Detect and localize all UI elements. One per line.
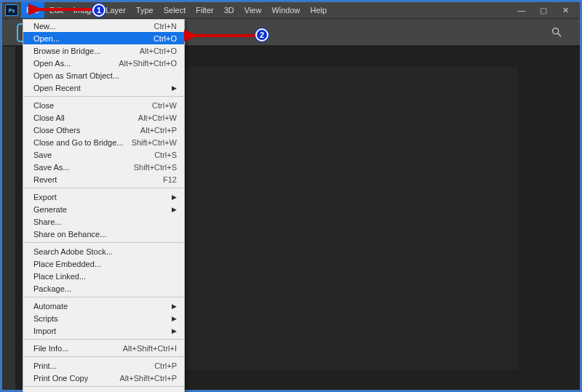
menu-item-package[interactable]: Package... [23,282,184,295]
menu-item-place-linked[interactable]: Place Linked... [23,270,184,282]
maximize-button[interactable]: ▢ [539,6,548,15]
app-window: Ps FileEditImageLayerTypeSelectFilter3DV… [0,0,582,392]
menu-item-label: Close All [33,113,138,122]
menu-item-shortcut: Shift+Ctrl+W [132,138,177,147]
menu-item-import[interactable]: Import▶ [23,324,184,337]
menu-filter[interactable]: Filter [191,2,218,18]
submenu-arrow-icon: ▶ [171,315,177,322]
submenu-arrow-icon: ▶ [171,193,177,201]
menu-item-label: Open... [33,34,154,43]
menu-item-automate[interactable]: Automate▶ [23,300,184,312]
menu-item-open-as-smart-object[interactable]: Open as Smart Object... [23,69,184,81]
menu-item-open[interactable]: Open...Ctrl+O [23,32,184,44]
tool-gutter [2,47,15,390]
menu-select[interactable]: Select [159,2,191,18]
menu-item-close-and-go-to-bridge[interactable]: Close and Go to Bridge...Shift+Ctrl+W [23,136,184,148]
menu-layer[interactable]: Layer [100,2,131,18]
menu-item-label: Export [33,193,171,201]
menu-item-print[interactable]: Print...Ctrl+P [23,359,184,372]
menu-item-label: Close [33,101,152,110]
menu-item-print-one-copy[interactable]: Print One CopyAlt+Shift+Ctrl+P [23,372,184,384]
menu-item-revert[interactable]: RevertF12 [23,173,184,185]
menu-separator [23,188,184,188]
submenu-arrow-icon: ▶ [171,303,177,310]
menu-item-save-as[interactable]: Save As...Shift+Ctrl+S [23,161,184,173]
menu-item-label: Package... [33,284,177,293]
menu-item-place-embedded[interactable]: Place Embedded... [23,257,184,270]
menu-item-label: Scripts [33,314,171,323]
menu-item-shortcut: Alt+Ctrl+O [140,47,177,55]
menu-item-scripts[interactable]: Scripts▶ [23,312,184,324]
minimize-button[interactable]: — [517,6,526,15]
app-logo-icon: Ps [5,4,18,16]
menu-item-shortcut: Alt+Ctrl+P [140,126,177,135]
menu-item-share-on-behance[interactable]: Share on Behance... [23,228,184,240]
search-icon[interactable] [551,26,562,41]
svg-point-0 [553,28,559,34]
menu-item-label: Place Linked... [33,272,177,281]
menu-item-export[interactable]: Export▶ [23,191,184,203]
menu-item-label: Browse in Bridge... [33,47,140,55]
menu-item-shortcut: Alt+Shift+Ctrl+O [119,59,177,68]
menu-item-label: Place Embedded... [33,260,177,268]
menu-help[interactable]: Help [306,2,332,18]
menu-item-label: Save As... [33,163,134,172]
menu-item-shortcut: Ctrl+N [154,22,177,31]
menu-item-shortcut: Ctrl+W [152,101,177,110]
submenu-arrow-icon: ▶ [171,84,177,92]
menu-item-label: Save [33,151,154,159]
menu-item-label: Search Adobe Stock... [33,247,177,256]
menu-item-label: Close Others [33,126,140,135]
menu-item-new[interactable]: New...Ctrl+N [23,20,184,32]
file-menu-dropdown: New...Ctrl+NOpen...Ctrl+OBrowse in Bridg… [23,19,185,392]
menu-item-exit[interactable]: ExitCtrl+Q [23,389,184,392]
menu-edit[interactable]: Edit [44,2,68,18]
menu-type[interactable]: Type [131,2,159,18]
menu-item-label: Import [33,327,171,335]
menu-window[interactable]: Window [266,2,305,18]
menu-item-open-recent[interactable]: Open Recent▶ [23,81,184,94]
menu-item-file-info[interactable]: File Info...Alt+Shift+Ctrl+I [23,342,184,354]
submenu-arrow-icon: ▶ [171,327,177,335]
menu-item-share[interactable]: Share... [23,215,184,228]
menu-item-label: Open Recent [33,84,171,92]
menu-item-shortcut: F12 [163,175,177,184]
menu-item-shortcut: Shift+Ctrl+S [134,163,177,172]
menu-item-browse-in-bridge[interactable]: Browse in Bridge...Alt+Ctrl+O [23,44,184,57]
svg-line-1 [558,33,561,36]
menu-separator [23,242,184,243]
window-controls: — ▢ ✕ [517,6,580,15]
menu-item-close[interactable]: CloseCtrl+W [23,99,184,111]
menu-file[interactable]: File [21,2,44,18]
menu-item-label: Print One Copy [33,374,119,383]
menu-3d[interactable]: 3D [219,2,239,18]
menu-item-label: Open as Smart Object... [33,71,177,80]
menu-bar: Ps FileEditImageLayerTypeSelectFilter3DV… [2,2,580,18]
menu-item-label: Share... [33,217,177,226]
menu-item-label: New... [33,22,154,31]
menu-item-open-as[interactable]: Open As...Alt+Shift+Ctrl+O [23,57,184,69]
menu-view[interactable]: View [239,2,267,18]
menu-item-shortcut: Alt+Ctrl+W [138,113,177,122]
menu-item-shortcut: Ctrl+S [154,151,177,159]
menu-item-close-all[interactable]: Close AllAlt+Ctrl+W [23,111,184,124]
menu-item-generate[interactable]: Generate▶ [23,203,184,215]
menu-item-shortcut: Ctrl+O [154,34,177,43]
menu-item-label: Close and Go to Bridge... [33,138,132,147]
menu-item-shortcut: Ctrl+P [154,361,177,370]
menu-item-label: Print... [33,361,154,370]
submenu-arrow-icon: ▶ [171,206,177,213]
menu-separator [23,96,184,97]
close-button[interactable]: ✕ [561,6,570,15]
menu-item-label: Share on Behance... [33,230,177,239]
menu-image[interactable]: Image [68,2,101,18]
menu-item-label: Open As... [33,59,119,68]
menu-item-close-others[interactable]: Close OthersAlt+Ctrl+P [23,124,184,136]
menu-item-shortcut: Alt+Shift+Ctrl+I [123,344,177,353]
menu-item-shortcut: Alt+Shift+Ctrl+P [119,374,177,383]
menu-item-label: Automate [33,302,171,311]
menu-item-save[interactable]: SaveCtrl+S [23,148,184,161]
menu-item-search-adobe-stock[interactable]: Search Adobe Stock... [23,245,184,257]
menu-separator [23,297,184,297]
menu-item-label: Revert [33,175,163,184]
